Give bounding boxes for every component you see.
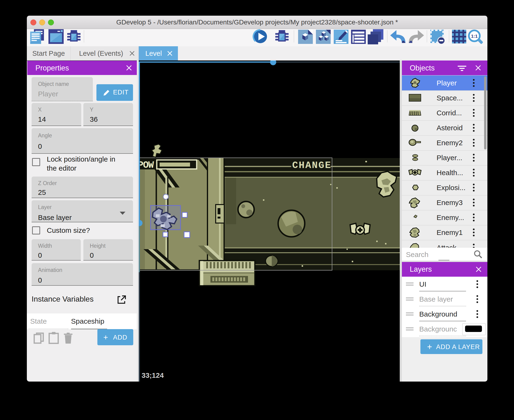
svg-text:1:1: 1:1	[471, 34, 478, 39]
svg-text:CHANGE: CHANGE	[292, 160, 332, 171]
svg-text:POW: POW	[139, 160, 154, 171]
